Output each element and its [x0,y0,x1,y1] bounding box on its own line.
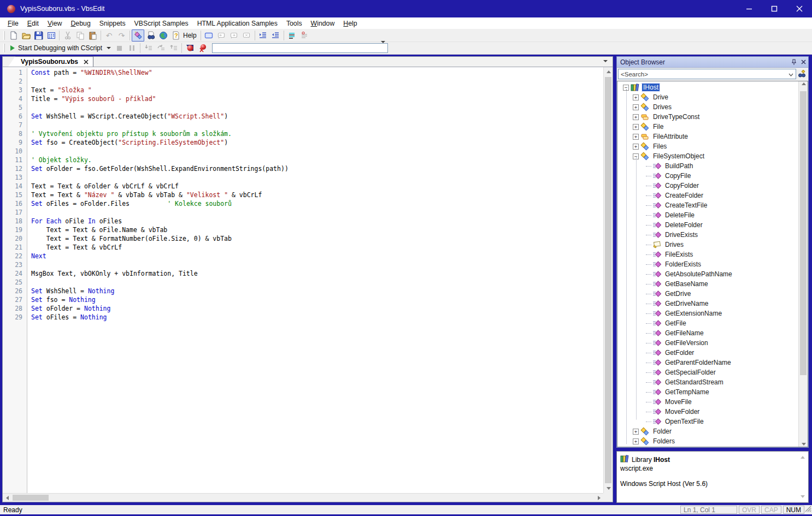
scroll-thumb[interactable] [800,91,807,375]
indent-button[interactable] [257,29,269,41]
tree-item-files[interactable]: +Files [617,141,798,151]
tree-vertical-scrollbar[interactable] [798,81,808,447]
paste-button[interactable] [86,29,99,41]
menu-snippets[interactable]: Snippets [95,19,130,28]
code-line[interactable]: 6Set WshShell = WScript.CreateObject("WS… [3,112,603,121]
tree-item-drives[interactable]: Drives [617,240,798,250]
resize-grip[interactable] [804,505,811,514]
save-button[interactable] [32,29,45,41]
code-line[interactable]: 16Set oFiles = oFolder.Files ' Kolekce s… [3,199,603,208]
menu-file[interactable]: File [3,19,23,28]
undo-button[interactable]: ↶ [103,29,115,41]
menu-help[interactable]: Help [339,19,361,28]
code-line[interactable]: 19 Text = Text & oFile.Name & vbTab [3,226,603,234]
clear-breakpoints-button[interactable] [196,42,209,54]
bubble-next-button[interactable] [228,29,240,41]
expand-icon[interactable]: + [633,438,639,444]
tree-item-drives[interactable]: +Drives [617,102,798,112]
scroll-thumb[interactable] [605,77,611,483]
tab-close-icon[interactable] [84,60,89,64]
menu-debug[interactable]: Debug [66,19,95,28]
code-line[interactable]: 1Const path = "%WINDIR%\ShellNew" [3,68,603,77]
tree-item-deletefile[interactable]: DeleteFile [617,210,798,220]
help-button[interactable]: ? [169,29,182,41]
tree-item-getfilename[interactable]: GetFileName [617,328,798,338]
tree-item-getabsolutepathname[interactable]: GetAbsolutePathName [617,269,798,279]
code-line[interactable]: 20 Text = Text & FormatNumber(oFile.Size… [3,234,603,243]
scroll-thumb[interactable] [13,495,49,501]
scroll-down-arrow[interactable] [604,484,613,493]
minimize-button[interactable] [737,0,762,17]
expand-icon[interactable]: + [633,94,639,100]
code-line[interactable]: 25 [3,278,603,287]
tree-item-movefolder[interactable]: MoveFolder [617,407,798,417]
code-line[interactable]: 7 [3,121,603,129]
redo-button[interactable]: ↷ [115,29,128,41]
pin-icon[interactable] [791,59,797,66]
scroll-down-arrow[interactable] [799,443,808,446]
tree-item-deletefolder[interactable]: DeleteFolder [617,220,798,230]
expand-icon[interactable]: + [633,144,639,150]
web-browser-button[interactable] [157,29,169,41]
tree-item-copyfolder[interactable]: CopyFolder [617,181,798,191]
code-line[interactable]: 3Text = "Složka " [3,86,603,94]
debug-target-combobox[interactable] [212,43,388,53]
tree-item-getbasename[interactable]: GetBaseName [617,279,798,289]
tree-item-getdrive[interactable]: GetDrive [617,289,798,299]
tree-item-fileexists[interactable]: FileExists [617,250,798,259]
code-line[interactable]: 21 Text = Text & vbCrLf [3,243,603,252]
stop-debug-button[interactable] [113,42,126,54]
code-line[interactable]: 27Set fso = Nothing [3,295,603,304]
bookmark-clear-button[interactable] [298,29,311,41]
save-all-button[interactable] [45,29,57,41]
tree-item-drive[interactable]: +Drive [617,92,798,102]
tree-item-getstandardstream[interactable]: GetStandardStream [617,377,798,387]
code-lines[interactable]: 1Const path = "%WINDIR%\ShellNew"23Text … [3,68,603,493]
tree-item-buildpath[interactable]: BuildPath [617,161,798,171]
step-out-button[interactable] [167,42,180,54]
tab-vypissouboru[interactable]: VypisSouboru.vbs [15,56,93,67]
step-into-button[interactable] [142,42,155,54]
menu-html-application-samples[interactable]: HTML Application Samples [193,19,282,28]
tree-item-getfileversion[interactable]: GetFileVersion [617,338,798,348]
document-list-dropdown[interactable] [601,57,610,65]
start-debug-icon[interactable] [10,45,15,51]
tree-item-getspecialfolder[interactable]: GetSpecialFolder [617,367,798,377]
step-over-button[interactable] [155,42,167,54]
close-button[interactable] [787,0,812,17]
code-line[interactable]: 11' Objekt složky. [3,156,603,164]
code-line[interactable]: 13 [3,173,603,182]
object-browser-tree[interactable]: −IHost+Drive+Drives+DriveTypeConst+File+… [617,81,808,447]
open-file-button[interactable] [20,29,32,41]
tree-item-folder[interactable]: +Folder [617,426,798,436]
editor-vertical-scrollbar[interactable] [603,67,613,493]
scroll-right-arrow[interactable] [595,494,603,502]
tree-item-folders[interactable]: +Folders [617,436,798,446]
code-line[interactable]: 15Text = Text & "Název " & vbTab & vbTab… [3,191,603,199]
cut-button[interactable] [61,29,74,41]
menu-tools[interactable]: Tools [282,19,307,28]
surround-region-button[interactable] [203,29,215,41]
tree-item-movefile[interactable]: MoveFile [617,397,798,407]
editor-horizontal-scrollbar[interactable] [3,493,603,502]
code-line[interactable]: 4Title = "Výpis souborů - příklad" [3,94,603,103]
expand-icon[interactable]: + [633,429,639,435]
code-line[interactable]: 14Text = Text & oFolder & vbCrLf & vbCrL… [3,182,603,191]
start-debug-label[interactable]: Start Debugging with CScript [18,44,102,52]
tree-item-getfolder[interactable]: GetFolder [617,348,798,358]
tree-item-getdrivename[interactable]: GetDriveName [617,299,798,309]
code-line[interactable]: 17 [3,208,603,217]
scroll-left-arrow[interactable] [3,494,11,502]
expand-icon[interactable]: + [633,114,639,120]
code-line[interactable]: 22Next [3,252,603,260]
tree-item-drivetypeconst[interactable]: +DriveTypeConst [617,112,798,122]
scroll-down-arrow[interactable] [799,495,807,498]
scroll-up-arrow[interactable] [799,456,807,459]
snippets-button[interactable] [132,29,144,41]
menu-edit[interactable]: Edit [23,19,43,28]
code-line[interactable]: 2 [3,77,603,86]
toggle-breakpoint-button[interactable] [184,42,196,54]
code-line[interactable]: 28Set oFolder = Nothing [3,304,603,313]
scroll-up-arrow[interactable] [799,82,808,85]
code-line[interactable]: 18For Each oFile In oFiles [3,217,603,226]
